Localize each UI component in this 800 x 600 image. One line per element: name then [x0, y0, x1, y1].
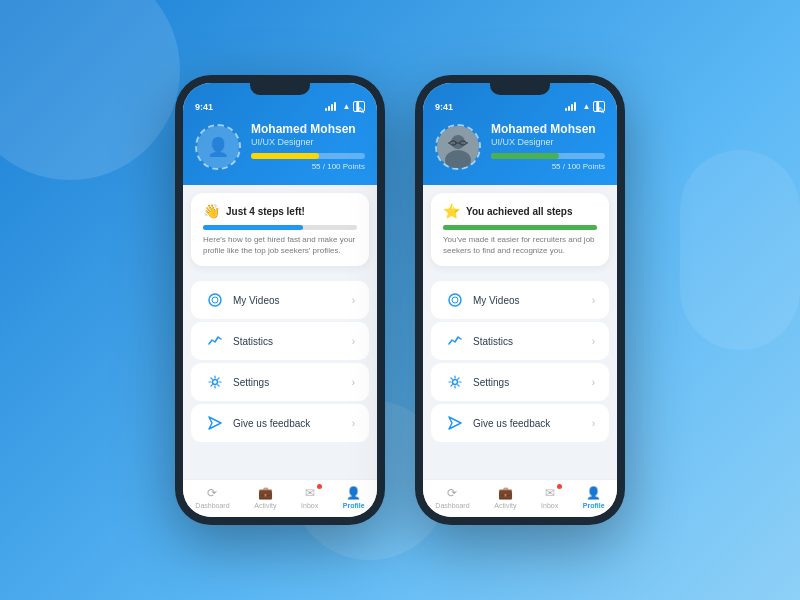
profile-name-left: Mohamed Mohsen — [251, 122, 365, 136]
menu-label-videos-left: My Videos — [233, 295, 352, 306]
phone-right-screen: 9:41 ▲ ▌ — [423, 83, 617, 517]
profile-title-right: UI/UX Designer — [491, 137, 605, 147]
chevron-settings-left: › — [352, 377, 355, 388]
nav-activity-label-right: Activity — [494, 502, 516, 509]
chevron-videos-left: › — [352, 295, 355, 306]
profile-info-right: Mohamed Mohsen UI/UX Designer 55 / 100 P… — [435, 122, 605, 171]
nav-dashboard-label-right: Dashboard — [435, 502, 469, 509]
nav-activity-right[interactable]: 💼 Activity — [494, 486, 516, 509]
progress-bar-left — [251, 153, 365, 159]
points-left: 55 / 100 Points — [251, 162, 365, 171]
chevron-feedback-left: › — [352, 418, 355, 429]
menu-item-feedback-left[interactable]: Give us feedback › — [191, 404, 369, 442]
nav-profile-left[interactable]: 👤 Profile — [343, 486, 365, 509]
signal-bars-left — [325, 102, 336, 111]
profile-title-left: UI/UX Designer — [251, 137, 365, 147]
svg-marker-3 — [209, 417, 221, 429]
menu-label-settings-left: Settings — [233, 377, 352, 388]
nav-profile-right[interactable]: 👤 Profile — [583, 486, 605, 509]
avatar-right — [435, 124, 481, 170]
nav-dashboard-left[interactable]: ⟳ Dashboard — [195, 486, 229, 509]
card-desc-left: Here's how to get hired fast and make yo… — [203, 234, 357, 256]
chevron-statistics-left: › — [352, 336, 355, 347]
nav-inbox-left[interactable]: ✉ Inbox — [301, 486, 318, 509]
card-emoji-left: 👋 — [203, 203, 220, 219]
card-header-left: 👋 Just 4 steps left! — [203, 203, 357, 219]
progress-fill-right — [491, 153, 559, 159]
inbox-icon-right: ✉ — [545, 486, 555, 500]
chevron-videos-right: › — [592, 295, 595, 306]
svg-point-5 — [451, 135, 465, 149]
card-emoji-right: ⭐ — [443, 203, 460, 219]
nav-profile-label-right: Profile — [583, 502, 605, 509]
nav-inbox-label-left: Inbox — [301, 502, 318, 509]
status-time-left: 9:41 — [195, 102, 213, 112]
status-bar-left: 9:41 ▲ ▌ — [195, 101, 365, 112]
inbox-badge-right — [557, 484, 562, 489]
bottom-nav-left: ⟳ Dashboard 💼 Activity ✉ Inbox 👤 Profile — [183, 479, 377, 517]
svg-point-12 — [449, 294, 461, 306]
svg-point-14 — [453, 380, 458, 385]
menu-label-settings-right: Settings — [473, 377, 592, 388]
edit-icon-right[interactable]: ✎ — [597, 105, 605, 116]
videos-icon-right — [445, 290, 465, 310]
avatar-placeholder-left: 👤 — [197, 126, 239, 168]
svg-point-13 — [452, 297, 458, 303]
menu-item-feedback-right[interactable]: Give us feedback › — [431, 404, 609, 442]
profile-icon-right: 👤 — [586, 486, 601, 500]
svg-point-2 — [213, 380, 218, 385]
card-header-right: ⭐ You achieved all steps — [443, 203, 597, 219]
statistics-icon-right — [445, 331, 465, 351]
menu-item-statistics-left[interactable]: Statistics › — [191, 322, 369, 360]
statistics-icon-left — [205, 331, 225, 351]
user-silhouette-icon: 👤 — [207, 136, 229, 158]
profile-icon-left: 👤 — [346, 486, 361, 500]
card-left: 👋 Just 4 steps left! Here's how to get h… — [191, 193, 369, 266]
card-title-right: You achieved all steps — [466, 206, 573, 217]
profile-text-right: Mohamed Mohsen UI/UX Designer 55 / 100 P… — [491, 122, 605, 171]
status-bar-right: 9:41 ▲ ▌ — [435, 101, 605, 112]
wifi-icon-right: ▲ — [582, 102, 590, 111]
status-time-right: 9:41 — [435, 102, 453, 112]
phone-left: 9:41 ▲ ▌ 👤 — [175, 75, 385, 525]
signal-bar-r1 — [565, 108, 567, 111]
menu-item-settings-right[interactable]: Settings › — [431, 363, 609, 401]
progress-bar-right — [491, 153, 605, 159]
card-progress-fill-right — [443, 225, 597, 230]
menu-label-statistics-right: Statistics — [473, 336, 592, 347]
inbox-badge-left — [317, 484, 322, 489]
menu-item-videos-right[interactable]: My Videos › — [431, 281, 609, 319]
feedback-icon-left — [205, 413, 225, 433]
menu-label-feedback-right: Give us feedback — [473, 418, 592, 429]
signal-bar-1 — [325, 108, 327, 111]
menu-right: My Videos › Statistics › Settings › — [423, 274, 617, 479]
dashboard-icon-right: ⟳ — [447, 486, 457, 500]
phone-right: 9:41 ▲ ▌ — [415, 75, 625, 525]
profile-header-left: 9:41 ▲ ▌ 👤 — [183, 83, 377, 185]
svg-point-0 — [209, 294, 221, 306]
points-right: 55 / 100 Points — [491, 162, 605, 171]
settings-icon-left — [205, 372, 225, 392]
menu-item-videos-left[interactable]: My Videos › — [191, 281, 369, 319]
edit-icon-left[interactable]: ✎ — [357, 105, 365, 116]
avatar-left: 👤 — [195, 124, 241, 170]
activity-icon-right: 💼 — [498, 486, 513, 500]
nav-activity-label-left: Activity — [254, 502, 276, 509]
card-right: ⭐ You achieved all steps You've made it … — [431, 193, 609, 266]
inbox-icon-left: ✉ — [305, 486, 315, 500]
avatar-photo-right — [437, 126, 479, 168]
activity-icon-left: 💼 — [258, 486, 273, 500]
menu-label-statistics-left: Statistics — [233, 336, 352, 347]
svg-marker-15 — [449, 417, 461, 429]
nav-dashboard-right[interactable]: ⟳ Dashboard — [435, 486, 469, 509]
menu-label-feedback-left: Give us feedback — [233, 418, 352, 429]
card-progress-fill-left — [203, 225, 303, 230]
signal-bar-r4 — [574, 102, 576, 111]
menu-item-settings-left[interactable]: Settings › — [191, 363, 369, 401]
menu-label-videos-right: My Videos — [473, 295, 592, 306]
card-progress-left — [203, 225, 357, 230]
profile-header-right: 9:41 ▲ ▌ — [423, 83, 617, 185]
nav-inbox-right[interactable]: ✉ Inbox — [541, 486, 558, 509]
menu-item-statistics-right[interactable]: Statistics › — [431, 322, 609, 360]
nav-activity-left[interactable]: 💼 Activity — [254, 486, 276, 509]
